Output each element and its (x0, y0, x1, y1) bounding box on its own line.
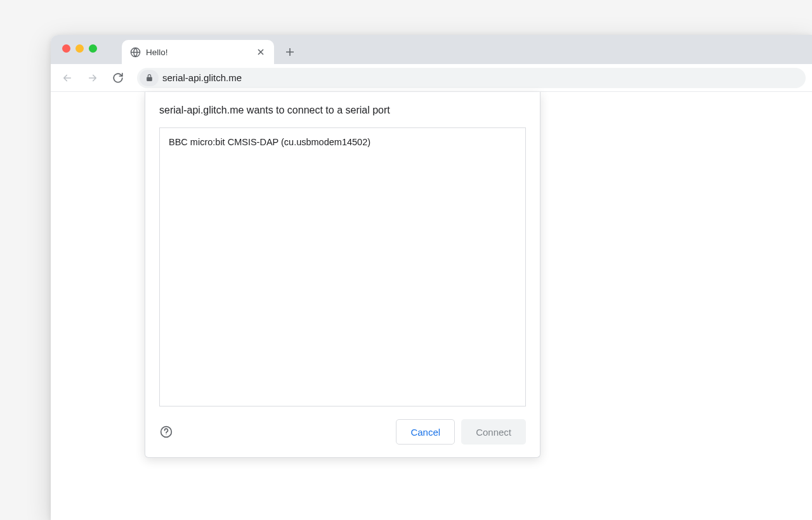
new-tab-button[interactable] (280, 42, 299, 62)
device-list-item[interactable]: BBC micro:bit CMSIS-DAP (cu.usbmodem1450… (160, 128, 525, 156)
window-maximize-button[interactable] (89, 44, 97, 53)
dialog-title: serial-api.glitch.me wants to connect to… (159, 105, 526, 116)
url-text: serial-api.glitch.me (160, 72, 242, 83)
browser-window: Hello! (51, 35, 812, 520)
forward-button[interactable] (82, 68, 103, 88)
browser-tab[interactable]: Hello! (122, 40, 274, 64)
window-minimize-button[interactable] (75, 44, 84, 53)
content-area: serial-api.glitch.me wants to connect to… (51, 92, 812, 520)
lock-icon[interactable] (140, 70, 159, 86)
toolbar: serial-api.glitch.me (51, 64, 812, 92)
tab-title: Hello! (146, 48, 250, 57)
globe-icon (129, 46, 141, 58)
svg-point-2 (166, 434, 167, 435)
back-button[interactable] (57, 68, 77, 88)
reload-button[interactable] (108, 68, 128, 88)
tabs-container: Hello! (122, 35, 299, 64)
device-list[interactable]: BBC micro:bit CMSIS-DAP (cu.usbmodem1450… (159, 127, 526, 406)
dialog-footer: Cancel Connect (159, 419, 526, 445)
cancel-button[interactable]: Cancel (396, 419, 455, 445)
help-icon[interactable] (159, 425, 173, 439)
close-icon[interactable] (255, 46, 266, 58)
tab-bar: Hello! (51, 35, 812, 64)
window-close-button[interactable] (62, 44, 70, 53)
dialog-buttons: Cancel Connect (396, 419, 526, 445)
window-controls (62, 44, 97, 53)
address-bar[interactable]: serial-api.glitch.me (137, 68, 806, 88)
connect-button[interactable]: Connect (461, 419, 526, 445)
serial-port-permission-dialog: serial-api.glitch.me wants to connect to… (145, 92, 540, 458)
